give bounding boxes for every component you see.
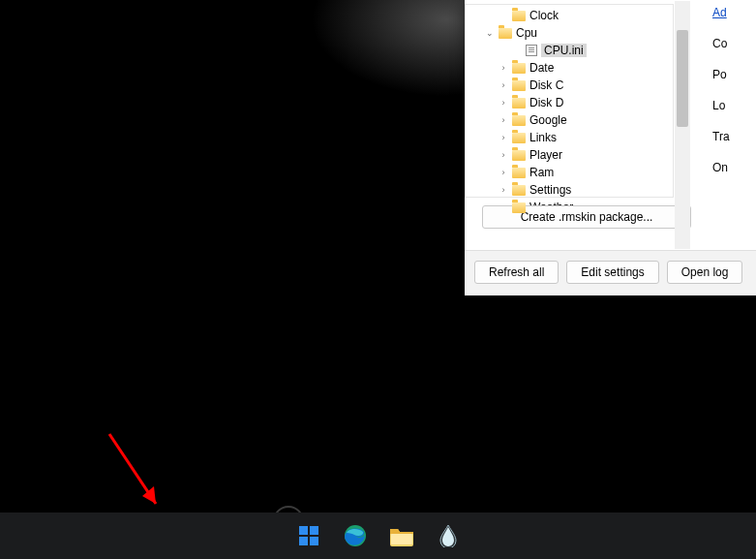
folder-icon xyxy=(512,63,526,74)
dialog-bottom-bar: Refresh all Edit settings Open log xyxy=(465,251,756,295)
folder-icon xyxy=(512,202,526,213)
svg-rect-2 xyxy=(299,526,308,535)
folder-icon xyxy=(512,133,526,143)
chevron-right-icon[interactable]: › xyxy=(499,150,508,160)
raindrop-icon xyxy=(439,524,457,547)
chevron-right-icon[interactable]: › xyxy=(499,133,508,142)
folder-icon xyxy=(499,28,512,39)
chevron-right-icon[interactable]: › xyxy=(499,80,508,90)
tree-item-label: Date xyxy=(529,61,554,75)
open-log-button[interactable]: Open log xyxy=(667,261,743,284)
folder-icon xyxy=(512,150,526,161)
tree-folder-item[interactable]: ›Google xyxy=(466,111,673,129)
prop-row: Tra xyxy=(712,130,756,143)
edge-icon xyxy=(344,524,367,547)
taskbar-app-edge[interactable] xyxy=(336,516,375,555)
tree-item-label: Ram xyxy=(529,166,554,179)
chevron-right-icon[interactable]: › xyxy=(499,63,508,73)
tree-item-label: Google xyxy=(529,113,567,127)
tree-item-label: Settings xyxy=(529,183,571,197)
folder-icon xyxy=(512,98,526,109)
prop-row: Po xyxy=(712,68,756,81)
tree-item-label: Cpu xyxy=(516,26,537,40)
tree-folder-item[interactable]: ›Settings xyxy=(466,181,673,199)
tree-item-label: Disk C xyxy=(529,78,563,92)
skins-tree[interactable]: Clock⌄CpuCPU.ini›Date›Disk C›Disk D›Goog… xyxy=(465,4,674,198)
folder-icon xyxy=(512,115,526,126)
folder-icon xyxy=(512,11,526,21)
taskbar xyxy=(0,512,756,559)
folder-icon xyxy=(389,525,414,546)
tree-folder-item[interactable]: ›Date xyxy=(466,59,673,77)
tree-folder-item[interactable]: ›Disk D xyxy=(466,94,673,111)
windows-icon xyxy=(298,525,319,546)
tree-item-label: Disk D xyxy=(529,96,563,109)
tree-folder-item[interactable]: Clock xyxy=(466,7,673,24)
edit-settings-button[interactable]: Edit settings xyxy=(566,261,658,284)
tree-item-label: Clock xyxy=(529,9,559,22)
ini-file-icon xyxy=(526,45,537,56)
chevron-down-icon[interactable]: ⌄ xyxy=(485,28,495,38)
tree-scrollbar-thumb[interactable] xyxy=(677,30,688,127)
tree-item-label: Links xyxy=(529,131,557,144)
tree-scrollbar[interactable] xyxy=(675,1,690,249)
side-properties: Ad Co Po Lo Tra On xyxy=(691,0,756,250)
svg-rect-7 xyxy=(391,534,412,544)
rainmeter-manage-dialog: Clock⌄CpuCPU.ini›Date›Disk C›Disk D›Goog… xyxy=(465,0,756,295)
taskbar-app-rainmeter[interactable] xyxy=(429,516,468,555)
tree-item-label: CPU.ini xyxy=(541,44,587,57)
tree-folder-item[interactable]: ›Player xyxy=(466,146,673,164)
folder-icon xyxy=(512,185,526,196)
refresh-all-button[interactable]: Refresh all xyxy=(474,261,559,284)
svg-rect-4 xyxy=(299,537,308,545)
folder-icon xyxy=(512,80,526,91)
skins-tree-panel: Clock⌄CpuCPU.ini›Date›Disk C›Disk D›Goog… xyxy=(465,0,691,250)
active-skins-link[interactable]: Ad xyxy=(712,6,756,19)
chevron-right-icon[interactable]: › xyxy=(499,168,508,177)
chevron-right-icon[interactable]: › xyxy=(499,98,508,108)
chevron-right-icon[interactable]: › xyxy=(499,115,508,125)
prop-row: Co xyxy=(712,37,756,50)
tree-folder-item[interactable]: ›Disk C xyxy=(466,77,673,94)
tree-folder-item[interactable]: ›Links xyxy=(466,129,673,146)
svg-rect-5 xyxy=(310,537,318,545)
tree-item-label: Player xyxy=(529,148,562,162)
tree-folder-item[interactable]: ›Ram xyxy=(466,164,673,181)
tree-folder-item[interactable]: ⌄Cpu xyxy=(466,24,673,42)
chevron-right-icon[interactable]: › xyxy=(499,185,508,195)
folder-icon xyxy=(512,168,526,178)
taskbar-app-explorer[interactable] xyxy=(382,516,421,555)
tree-file-item[interactable]: CPU.ini xyxy=(466,42,673,59)
prop-row: On xyxy=(712,161,756,174)
start-button[interactable] xyxy=(289,516,328,555)
svg-rect-3 xyxy=(310,526,318,535)
prop-row: Lo xyxy=(712,99,756,112)
